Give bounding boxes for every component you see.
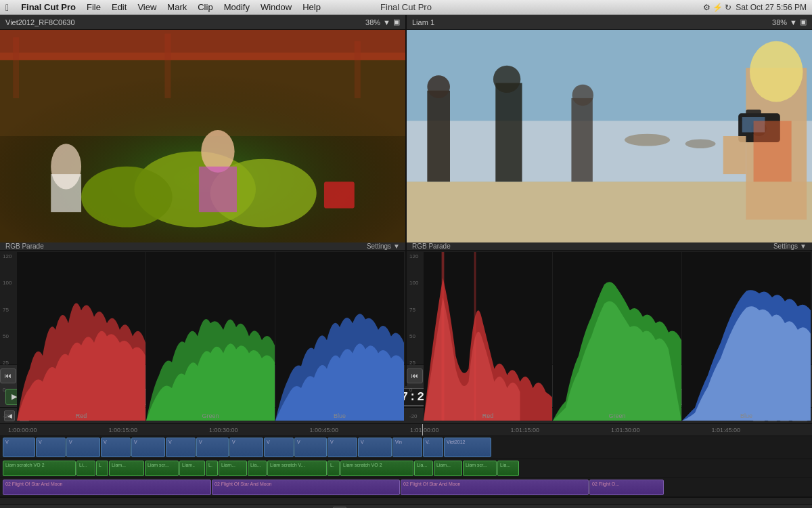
program-viewer-header: Liam 1 38% ▼ ▣	[407, 15, 812, 30]
program-viewer-title: Liam 1	[412, 18, 434, 26]
y-label-0: 0	[3, 387, 15, 393]
program-scope-settings-label: Settings	[773, 242, 798, 250]
audio-clip[interactable]: Lia...	[497, 461, 519, 476]
source-viewer-title: Viet2012_RF8C0630	[5, 18, 75, 26]
audio-clip[interactable]: Lia...	[248, 461, 267, 476]
menu-help[interactable]: Help	[297, 0, 326, 15]
ruler-mark-6: 1:01:30:00	[611, 427, 712, 433]
source-video-svg	[0, 30, 405, 242]
source-blue-channel: Blue	[275, 252, 404, 421]
status-bar: ⇧ 2:08:01 total · 1080p HD 23.98p Stereo	[0, 504, 812, 508]
svg-point-34	[625, 134, 670, 146]
y-label-75: 75	[3, 307, 15, 313]
timeline-ruler: 1:00:00:00 1:00:15:00 1:00:30:00 1:00:45…	[0, 424, 812, 436]
menu-bar:  Final Cut Pro File Edit View Mark Clip…	[0, 0, 812, 15]
video-clip[interactable]: V	[328, 438, 357, 457]
svg-rect-8	[51, 174, 81, 212]
program-fullscreen-icon[interactable]: ▣	[800, 18, 807, 26]
menu-finalcutpro[interactable]: Final Cut Pro	[16, 0, 81, 15]
audio-clip[interactable]: Liam scratch V...	[267, 461, 327, 476]
scope-y-axis: 120 100 75 50 25 0 -20	[1, 252, 16, 421]
video-clip[interactable]: V	[264, 438, 294, 457]
source-green-channel: Green	[146, 252, 275, 421]
ruler-mark-2: 1:00:30:00	[209, 427, 310, 433]
source-green-waveform	[146, 252, 275, 421]
source-viewer-zoom-area[interactable]: 38% ▼ ▣	[365, 18, 400, 26]
audio-clip[interactable]: Lia...	[414, 461, 433, 476]
audio-clip[interactable]: Li...	[76, 461, 95, 476]
clock: Sat Oct 27 5:56 PM	[736, 3, 807, 12]
app-title: Final Cut Pro	[380, 2, 432, 12]
menu-edit[interactable]: Edit	[106, 0, 132, 15]
y-label-100: 100	[3, 280, 15, 286]
video-clip[interactable]: V	[229, 438, 263, 457]
video-clip[interactable]: V	[3, 438, 35, 457]
program-red-channel: Red	[424, 252, 552, 421]
audio-clip[interactable]: Liam scr...	[463, 461, 497, 476]
svg-rect-36	[754, 121, 792, 182]
source-blue-label: Blue	[334, 412, 346, 419]
ruler-mark-5: 1:01:15:00	[511, 427, 612, 433]
source-zoom-dropdown-icon[interactable]: ▼	[383, 18, 390, 26]
audio-clip[interactable]: Liam...	[219, 461, 247, 476]
music-clip[interactable]: 02 Flight Of Star And Moon	[3, 480, 211, 495]
program-green-label: Green	[608, 412, 625, 419]
program-zoom-value: 38%	[772, 18, 787, 26]
y-label-neg20: -20	[3, 413, 15, 419]
ruler-marks: 1:00:00:00 1:00:15:00 1:00:30:00 1:00:45…	[3, 427, 812, 433]
svg-point-14	[201, 130, 234, 173]
svg-point-21	[427, 75, 450, 98]
audio-track-1: Liam scratch VO 2 Li... L Liam... Liam s…	[0, 459, 812, 478]
menu-view[interactable]: View	[132, 0, 162, 15]
audio-clip[interactable]: Liam scr...	[145, 461, 179, 476]
video-clip[interactable]: V	[36, 438, 66, 457]
program-scope-settings-dropdown-icon[interactable]: ▼	[800, 242, 807, 250]
video-clip[interactable]: Vin	[392, 438, 422, 457]
program-scope-settings-btn[interactable]: Settings ▼	[773, 242, 807, 250]
source-red-label: Red	[76, 412, 87, 419]
audio-clip[interactable]: Liam...	[434, 461, 462, 476]
menu-file[interactable]: File	[81, 0, 106, 15]
video-clip[interactable]: V	[166, 438, 196, 457]
video-clip[interactable]: V	[196, 438, 229, 457]
source-scope-settings-btn[interactable]: Settings ▼	[367, 242, 400, 250]
audio-clip[interactable]: Liam...	[109, 461, 144, 476]
video-clip[interactable]: V	[294, 438, 327, 457]
audio-clip[interactable]: Liam scratch VO 2	[340, 461, 413, 476]
timeline-container: ◀ ▶ Liam 1 ⛭ ▬ + ⎓ ⎓▼ 1:00:00:00 1:00:15…	[0, 408, 812, 504]
video-clip[interactable]: V	[131, 438, 165, 457]
audio-clip[interactable]: Liam..	[179, 461, 205, 476]
program-scope-title: RGB Parade	[412, 242, 451, 250]
ruler-mark-3: 1:00:45:00	[310, 427, 411, 433]
source-fullscreen-icon[interactable]: ▣	[393, 18, 400, 26]
menu-window[interactable]: Window	[255, 0, 297, 15]
scope-settings-dropdown-icon[interactable]: ▼	[393, 242, 400, 250]
audio-clip[interactable]: Liam scratch VO 2	[3, 461, 76, 476]
music-clip[interactable]: 02 Flight Of Star And Moon	[401, 480, 589, 495]
menu-clip[interactable]: Clip	[192, 0, 218, 15]
svg-point-35	[685, 139, 716, 148]
program-zoom-dropdown-icon[interactable]: ▼	[790, 18, 797, 26]
preview-area: Viet2012_RF8C0630 38% ▼ ▣	[0, 15, 812, 242]
audio-clip[interactable]: L.	[328, 461, 340, 476]
program-viewer-zoom-area[interactable]: 38% ▼ ▣	[772, 18, 807, 26]
music-clip[interactable]: 02 Flight O...	[589, 480, 664, 495]
timeline-scrollbar[interactable]	[0, 497, 812, 504]
audio-clip[interactable]: L	[96, 461, 108, 476]
menu-modify[interactable]: Modify	[219, 0, 255, 15]
video-clip[interactable]: Viet2012	[444, 438, 491, 457]
system-icons: ⚙ ⚡ ↻	[703, 3, 732, 12]
source-red-waveform	[17, 252, 145, 421]
svg-point-4	[81, 167, 173, 228]
music-clip[interactable]: 02 Flight Of Star And Moon	[212, 480, 400, 495]
video-clip[interactable]: V	[358, 438, 392, 457]
y-label-120: 120	[3, 253, 15, 259]
apple-logo-icon[interactable]: 	[5, 2, 9, 13]
audio1-clips-row: Liam scratch VO 2 Li... L Liam... Liam s…	[3, 459, 809, 478]
video-clip[interactable]: V	[66, 438, 100, 457]
audio-clip[interactable]: L.	[206, 461, 218, 476]
menu-mark[interactable]: Mark	[162, 0, 192, 15]
video-clip[interactable]: V.	[423, 438, 443, 457]
video-clip[interactable]: V	[101, 438, 131, 457]
svg-point-27	[750, 41, 803, 102]
